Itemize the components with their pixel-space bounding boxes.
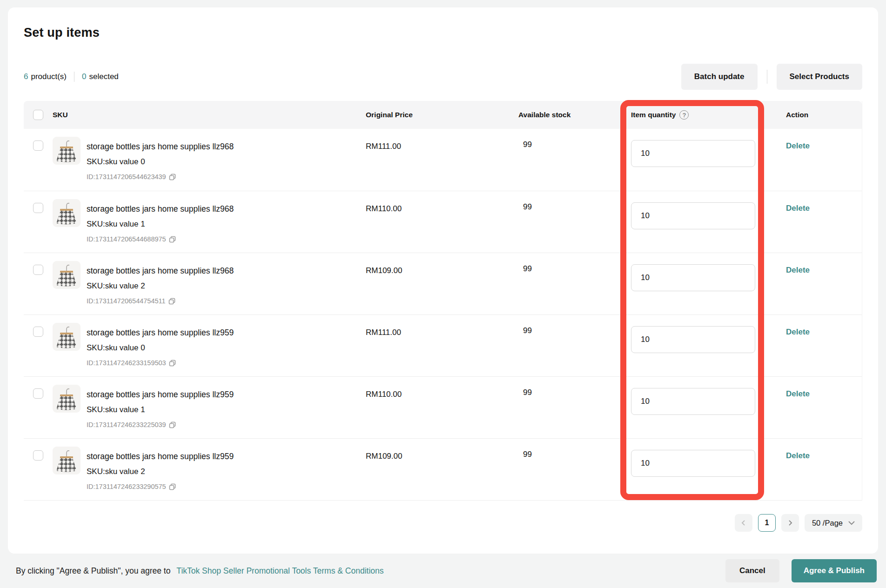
- table-toolbar: Batch update Select Products: [681, 64, 862, 90]
- table-row: storage bottles jars home supplies llz96…: [24, 253, 862, 314]
- pagination: 1 50 /Page: [24, 514, 862, 532]
- copy-icon[interactable]: [169, 360, 176, 367]
- sku-variant: SKU:sku value 0: [87, 342, 234, 354]
- product-title: storage bottles jars home supplies llz96…: [87, 141, 234, 152]
- product-title: storage bottles jars home supplies llz95…: [87, 451, 234, 462]
- available-stock: 99: [518, 315, 623, 376]
- select-products-button[interactable]: Select Products: [777, 64, 863, 90]
- item-quantity-input[interactable]: [631, 450, 755, 477]
- product-image: [53, 323, 81, 351]
- header-original-price: Original Price: [366, 111, 518, 119]
- table-row: storage bottles jars home supplies llz95…: [24, 438, 862, 500]
- row-checkbox[interactable]: [33, 203, 43, 213]
- cancel-button[interactable]: Cancel: [725, 559, 779, 582]
- row-checkbox[interactable]: [33, 140, 43, 151]
- original-price: RM111.00: [366, 315, 518, 376]
- product-image: [53, 199, 81, 227]
- product-id: ID:1731147246233159503: [87, 358, 166, 368]
- toolbar-divider: [767, 70, 767, 84]
- original-price: RM110.00: [366, 377, 518, 438]
- batch-update-button[interactable]: Batch update: [681, 64, 758, 90]
- row-checkbox[interactable]: [33, 265, 43, 275]
- product-title: storage bottles jars home supplies llz96…: [87, 203, 234, 214]
- table-header-row: SKU Original Price Available stock Item …: [24, 101, 862, 129]
- row-checkbox[interactable]: [33, 388, 43, 399]
- copy-icon[interactable]: [169, 483, 176, 490]
- item-quantity-input[interactable]: [631, 202, 755, 229]
- header-sku: SKU: [53, 111, 366, 119]
- available-stock: 99: [518, 439, 623, 500]
- item-quantity-input[interactable]: [631, 326, 755, 353]
- delete-link[interactable]: Delete: [786, 204, 810, 213]
- page-title: Set up items: [24, 26, 862, 40]
- copy-icon[interactable]: [168, 298, 175, 305]
- selection-summary: 6 product(s) 0 selected: [24, 72, 119, 82]
- table-row: storage bottles jars home supplies llz96…: [24, 191, 862, 253]
- available-stock: 99: [518, 129, 623, 191]
- delete-link[interactable]: Delete: [786, 266, 810, 274]
- row-checkbox[interactable]: [33, 327, 43, 337]
- page-size-select[interactable]: 50 /Page: [805, 514, 862, 532]
- product-count-label: product(s): [31, 72, 67, 81]
- copy-icon[interactable]: [169, 421, 176, 428]
- delete-link[interactable]: Delete: [786, 141, 810, 150]
- original-price: RM110.00: [366, 191, 518, 253]
- selected-count-label: selected: [89, 72, 118, 81]
- product-id: ID:1731147206544623439: [87, 172, 166, 181]
- product-image: [53, 385, 81, 413]
- help-icon[interactable]: ?: [679, 110, 689, 120]
- item-quantity-input[interactable]: [631, 140, 755, 167]
- table-row: storage bottles jars home supplies llz96…: [24, 129, 862, 191]
- copy-icon[interactable]: [169, 174, 176, 180]
- select-all-checkbox[interactable]: [33, 110, 43, 120]
- terms-link[interactable]: TikTok Shop Seller Promotional Tools Ter…: [176, 566, 383, 575]
- header-checkbox-cell: [24, 110, 53, 120]
- product-id: ID:1731147246233290575: [87, 482, 166, 491]
- product-image: [53, 447, 81, 474]
- setup-items-panel: Set up items 6 product(s) 0 selected Bat…: [8, 7, 878, 554]
- available-stock: 99: [518, 377, 623, 438]
- product-image: [53, 137, 81, 165]
- sku-variant: SKU:sku value 1: [87, 219, 234, 230]
- agreement-note: By clicking "Agree & Publish", you agree…: [16, 566, 384, 576]
- sku-variant: SKU:sku value 1: [87, 404, 234, 415]
- original-price: RM109.00: [366, 253, 518, 314]
- original-price: RM109.00: [366, 439, 518, 500]
- product-count: 6: [24, 72, 28, 81]
- product-image: [53, 261, 81, 289]
- header-item-quantity: Item quantity ?: [623, 110, 767, 120]
- available-stock: 99: [518, 191, 623, 253]
- sku-variant: SKU:sku value 0: [87, 156, 234, 167]
- summary-toolbar-row: 6 product(s) 0 selected Batch update Sel…: [24, 63, 862, 91]
- next-page-button[interactable]: [781, 514, 799, 532]
- copy-icon[interactable]: [169, 236, 176, 243]
- item-quantity-input[interactable]: [631, 264, 755, 291]
- delete-link[interactable]: Delete: [786, 327, 810, 336]
- footer-bar: By clicking "Agree & Publish", you agree…: [0, 554, 886, 588]
- product-id: ID:1731147246233225039: [87, 420, 166, 429]
- footer-actions: Cancel Agree & Publish: [725, 559, 877, 582]
- product-id: ID:1731147206544754511: [87, 296, 166, 306]
- header-action: Action: [767, 111, 862, 119]
- prev-page-button[interactable]: [735, 514, 752, 532]
- delete-link[interactable]: Delete: [786, 451, 810, 460]
- table-row: storage bottles jars home supplies llz95…: [24, 314, 862, 376]
- product-title: storage bottles jars home supplies llz95…: [87, 327, 234, 338]
- product-id: ID:1731147206544688975: [87, 234, 166, 244]
- sku-variant: SKU:sku value 2: [87, 466, 234, 477]
- item-quantity-input[interactable]: [631, 388, 755, 415]
- chevron-down-icon: [848, 521, 855, 525]
- header-available-stock: Available stock: [518, 111, 623, 119]
- available-stock: 99: [518, 253, 623, 314]
- page-number-button[interactable]: 1: [758, 514, 776, 532]
- agree-publish-button[interactable]: Agree & Publish: [792, 559, 877, 582]
- product-title: storage bottles jars home supplies llz95…: [87, 389, 234, 400]
- table-row: storage bottles jars home supplies llz95…: [24, 376, 862, 438]
- row-checkbox[interactable]: [33, 450, 43, 461]
- delete-link[interactable]: Delete: [786, 389, 810, 398]
- product-title: storage bottles jars home supplies llz96…: [87, 265, 234, 276]
- original-price: RM111.00: [366, 129, 518, 191]
- selected-count: 0: [82, 72, 86, 81]
- summary-divider: [74, 72, 74, 82]
- items-table: SKU Original Price Available stock Item …: [24, 101, 862, 501]
